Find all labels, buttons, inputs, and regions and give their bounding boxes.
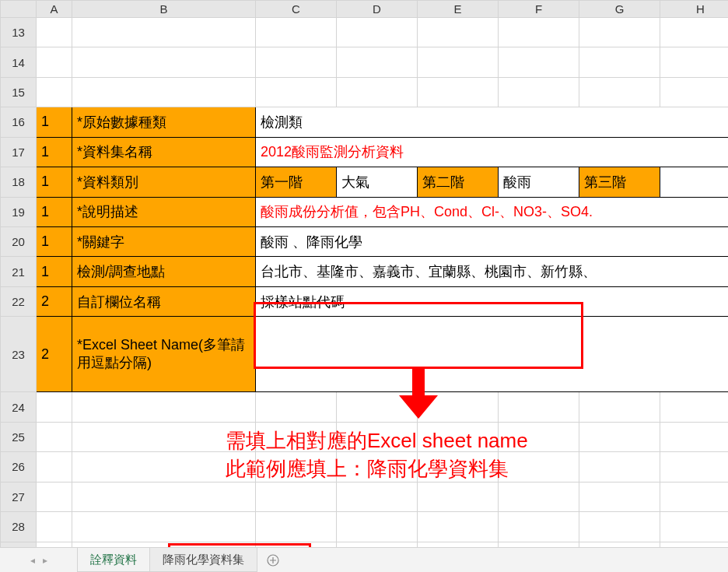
cell-C13[interactable] [256,18,337,47]
cell-G14[interactable] [579,47,660,77]
cell-A25[interactable] [37,422,72,451]
cell-F27[interactable] [499,482,579,511]
cell-A28[interactable] [37,512,72,542]
cell-C22[interactable]: 採樣站點代碼 [256,286,729,316]
cell-A26[interactable] [37,452,72,482]
col-header-G[interactable]: G [579,1,660,18]
cell-F28[interactable] [499,512,579,542]
cell-B28[interactable] [72,512,256,542]
cell-B25[interactable] [72,422,256,451]
cell-A19[interactable]: 1 [37,197,72,226]
cell-G27[interactable] [579,482,660,511]
cell-C28[interactable] [256,512,337,542]
cell-C23[interactable] [256,317,729,392]
cell-H26[interactable] [660,452,729,482]
cell-E14[interactable] [418,47,499,77]
cell-A20[interactable]: 1 [37,226,72,256]
cell-B27[interactable] [72,482,256,511]
col-header-H[interactable]: H [660,1,729,18]
cell-C20[interactable]: 酸雨 、降雨化學 [256,226,729,256]
cell-C21[interactable]: 台北市、基隆市、嘉義市、宜蘭縣、桃園市、新竹縣、 [256,257,729,286]
row-header-28[interactable]: 28 [1,512,37,542]
cell-C19[interactable]: 酸雨成份分析值，包含PH、Cond、Cl-、NO3-、SO4. [256,197,729,226]
cell-A24[interactable] [37,392,72,422]
row-header-27[interactable]: 27 [1,482,37,511]
cell-C26[interactable] [256,452,337,482]
cell-D18[interactable]: 大氣 [337,167,418,197]
cell-E15[interactable] [418,77,499,107]
cell-B23[interactable]: *Excel Sheet Name(多筆請用逗點分隔) [72,317,256,392]
cell-H25[interactable] [660,422,729,451]
cell-A22[interactable]: 2 [37,286,72,316]
cell-B21[interactable]: 檢測/調查地點 [72,257,256,286]
cell-D15[interactable] [337,77,418,107]
row-header-25[interactable]: 25 [1,422,37,451]
tab-nav-first-icon[interactable]: ◂ [30,555,35,566]
cell-C15[interactable] [256,77,337,107]
row-header-20[interactable]: 20 [1,226,37,256]
sheet-tab-1[interactable]: 降雨化學資料集 [150,548,257,572]
row-header-18[interactable]: 18 [1,167,37,197]
row-header-13[interactable]: 13 [1,18,37,47]
cell-C17[interactable]: 2012酸雨監測分析資料 [256,137,729,167]
cell-B18[interactable]: *資料類別 [72,167,256,197]
cell-D25[interactable] [337,422,418,451]
row-header-15[interactable]: 15 [1,77,37,107]
cell-E25[interactable] [418,422,499,451]
cell-F24[interactable] [499,392,579,422]
cell-B13[interactable] [72,18,256,47]
cell-B16[interactable]: *原始數據種類 [72,107,256,137]
cell-E24[interactable] [418,392,499,422]
cell-F26[interactable] [499,452,579,482]
cell-D26[interactable] [337,452,418,482]
cell-D13[interactable] [337,18,418,47]
cell-D14[interactable] [337,47,418,77]
cell-B19[interactable]: *說明描述 [72,197,256,226]
cell-G25[interactable] [579,422,660,451]
cell-A14[interactable] [37,47,72,77]
cell-A23[interactable]: 2 [37,317,72,392]
cell-A16[interactable]: 1 [37,107,72,137]
cell-C24[interactable] [256,392,337,422]
row-header-17[interactable]: 17 [1,137,37,167]
cell-H14[interactable] [660,47,729,77]
tab-nav-prev-icon[interactable]: ▸ [43,555,47,566]
cell-C14[interactable] [256,47,337,77]
add-sheet-button[interactable] [257,548,289,572]
cell-A21[interactable]: 1 [37,257,72,286]
cell-C25[interactable] [256,422,337,451]
cell-G24[interactable] [579,392,660,422]
cell-B24[interactable] [72,392,256,422]
cell-H24[interactable] [660,392,729,422]
cell-H28[interactable] [660,512,729,542]
cell-F15[interactable] [499,77,579,107]
col-header-A[interactable]: A [37,1,72,18]
cell-A17[interactable]: 1 [37,137,72,167]
cell-C27[interactable] [256,482,337,511]
row-header-21[interactable]: 21 [1,257,37,286]
cell-E28[interactable] [418,512,499,542]
cell-F13[interactable] [499,18,579,47]
row-header-23[interactable]: 23 [1,317,37,392]
cell-E13[interactable] [418,18,499,47]
cell-D27[interactable] [337,482,418,511]
cell-C18[interactable]: 第一階 [256,167,337,197]
col-header-C[interactable]: C [256,1,337,18]
cell-H15[interactable] [660,77,729,107]
cell-B17[interactable]: *資料集名稱 [72,137,256,167]
cell-C16[interactable]: 檢測類 [256,107,729,137]
cell-E18[interactable]: 第二階 [418,167,499,197]
cell-G28[interactable] [579,512,660,542]
cell-B26[interactable] [72,452,256,482]
cell-A27[interactable] [37,482,72,511]
cell-B15[interactable] [72,77,256,107]
cell-B14[interactable] [72,47,256,77]
cell-E27[interactable] [418,482,499,511]
sheet-tab-0[interactable]: 詮釋資料 [78,548,150,572]
cell-B22[interactable]: 自訂欄位名稱 [72,286,256,316]
row-header-22[interactable]: 22 [1,286,37,316]
cell-G26[interactable] [579,452,660,482]
row-header-16[interactable]: 16 [1,107,37,137]
cell-H13[interactable] [660,18,729,47]
row-header-14[interactable]: 14 [1,47,37,77]
